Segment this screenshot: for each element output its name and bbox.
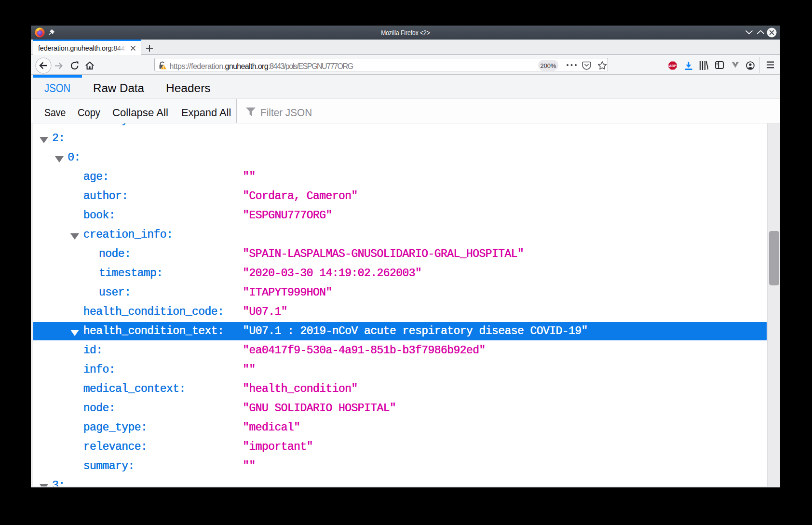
- svg-text:ABP: ABP: [669, 64, 676, 68]
